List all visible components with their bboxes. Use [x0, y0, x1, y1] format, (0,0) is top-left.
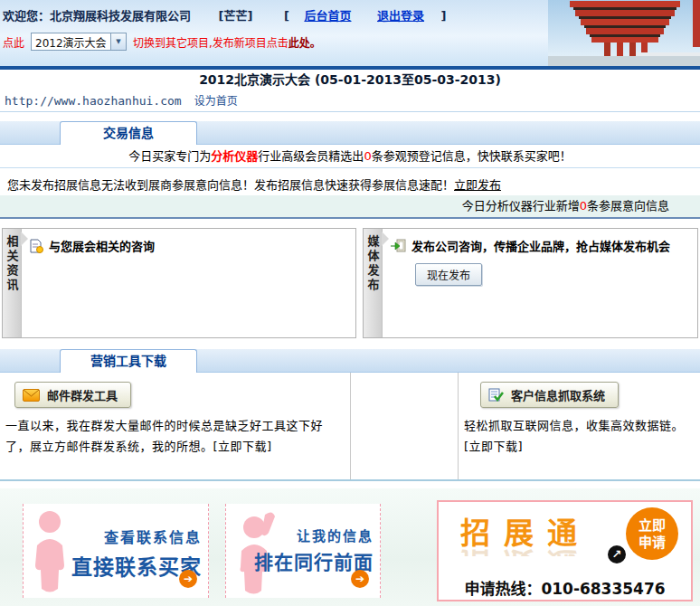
banner1-line1: 查看联系信息: [71, 526, 202, 547]
arrow-icon[interactable]: ➔: [351, 570, 369, 588]
buyer-notice: 今日买家专门为分析仪器行业高级会员精选出0条参观预登记信息，快快联系买家吧！: [0, 145, 700, 168]
switch-text-period: 。: [310, 34, 321, 50]
intent-count: 0: [580, 199, 587, 213]
user-nickname: [芒芒]: [219, 9, 253, 23]
page: 欢迎您：北京翔展科技发展有限公司 [芒芒] [ 后台首页 退出登录 ] 点此 2…: [0, 0, 700, 606]
panels-row: 相关资讯 与您展会相关的咨询 媒体发布: [0, 228, 700, 338]
media-release-sidebar: 媒体发布: [364, 229, 383, 337]
contact-buyers-banner[interactable]: 查看联系信息 直接联系买家 ➔: [23, 504, 209, 598]
related-news-label: 相关资讯: [4, 235, 21, 337]
top-header: 欢迎您：北京翔展科技发展有限公司 [芒芒] [ 后台首页 退出登录 ] 点此 2…: [0, 0, 700, 70]
spacer: [0, 338, 700, 349]
tab-trade-info[interactable]: 交易信息: [60, 121, 197, 145]
stat-pre: 今日分析仪器行业新增: [462, 199, 580, 213]
email-tool-label: 邮件群发工具: [47, 386, 118, 403]
stat-post: 条参展意向信息: [587, 199, 669, 213]
document-check-icon: [488, 388, 504, 402]
related-news-item[interactable]: 与您展会相关的咨询: [49, 237, 155, 254]
brand-reflection: 招展通: [460, 544, 591, 556]
zhaozhantong-banner[interactable]: 招展通 招展通 立即 申请 ↗ 申请热线：010-68335476: [437, 500, 693, 601]
spacer: [0, 112, 700, 121]
publish-now-link[interactable]: 立即发布: [454, 178, 501, 192]
arrow-icon[interactable]: ➔: [179, 570, 197, 588]
chevron-decoration: [21, 232, 28, 246]
trade-tabbar: 交易信息: [0, 121, 700, 145]
brand-reflection-text: 招展通: [460, 544, 591, 556]
related-news-panel: 相关资讯 与您展会相关的咨询: [2, 228, 356, 338]
header-divider-bar: [0, 66, 700, 70]
spacer: [0, 481, 700, 488]
related-news-sidebar: 相关资讯: [3, 229, 22, 337]
welcome-row: 欢迎您：北京翔展科技发展有限公司 [芒芒] [ 后台首页 退出登录 ]: [0, 0, 700, 24]
grab-tool-download-link[interactable]: [立即下载]: [464, 440, 523, 453]
buyer-notice-post: 条参观预登记信息，快快联系买家吧！: [372, 149, 572, 163]
publish-warning: 您未发布招展信息无法收到展商参展意向信息！发布招展信息快速获得参展信息速配！立即…: [0, 168, 700, 195]
apply-now-button[interactable]: 立即 申请: [626, 507, 678, 560]
hotline-label: 申请热线：: [464, 580, 541, 598]
apply-line2: 申请: [639, 535, 666, 551]
industry-highlight: 分析仪器: [211, 149, 258, 163]
set-homepage-link[interactable]: 设为首页: [194, 95, 238, 108]
apply-line1: 立即: [639, 517, 666, 534]
project-switch-row: 点此 2012演示大会 ▼ 切换到其它项目,发布新项目点击此处。: [0, 33, 700, 51]
grab-tool-column: 客户信息抓取系统 轻松抓取互联网信息，收集高效数据链。[立即下载]: [459, 373, 700, 479]
site-url-link[interactable]: http://www.haozhanhui.com: [5, 94, 182, 108]
hotline-row: 申请热线：010-68335476: [439, 576, 691, 599]
grab-tool-label: 客户信息抓取系统: [511, 386, 605, 403]
click-here-link[interactable]: 点此: [3, 34, 24, 50]
hotline-number: 010-68335476: [541, 580, 665, 598]
grab-tool-desc-text: 轻松抓取互联网信息，收集高效数据链。: [464, 419, 684, 432]
grab-tool-button[interactable]: 客户信息抓取系统: [480, 382, 619, 408]
banner2-texts: 让我的信息 排在同行前面: [254, 526, 374, 574]
event-title: 2012北京演示大会 (05-01-2013至05-03-2013): [0, 70, 700, 90]
email-icon: [23, 389, 40, 402]
promo-banner-area: 查看联系信息 直接联系买家 ➔ 让我的信息 排在同行前面 ➔ 招展通 招展通: [0, 488, 700, 606]
project-select[interactable]: 2012演示大会 ▼: [31, 33, 127, 51]
media-release-content: 发布公司咨询，传播企业品牌，抢占媒体发布机会 现在发布: [383, 229, 697, 337]
rank-first-banner[interactable]: 让我的信息 排在同行前面 ➔: [225, 504, 381, 598]
chevron-decoration: [382, 232, 389, 246]
email-tool-download-link[interactable]: [立即下载]: [213, 440, 272, 453]
buyer-notice-pre: 今日买家专门为: [128, 149, 211, 163]
chevron-down-icon[interactable]: ▼: [110, 33, 126, 50]
daily-stat-strip: 今日分析仪器行业新增0条参展意向信息: [0, 195, 700, 219]
media-release-panel: 媒体发布 发布公司咨询，传播企业品牌，抢占媒体发布机会 现在发布: [363, 228, 698, 338]
empty-column: [351, 373, 459, 479]
create-project-link[interactable]: 此处: [289, 34, 310, 50]
backstage-home-link[interactable]: 后台首页: [304, 9, 351, 23]
media-release-item: 发布公司咨询，传播企业品牌，抢占媒体发布机会: [411, 237, 670, 254]
logout-link[interactable]: 退出登录: [377, 9, 424, 23]
site-url-row: http://www.haozhanhui.com 设为首页: [0, 90, 700, 112]
publish-warning-text: 您未发布招展信息无法收到展商参展意向信息！发布招展信息快速获得参展信息速配！: [7, 178, 454, 192]
grab-tool-desc: 轻松抓取互联网信息，收集高效数据链。[立即下载]: [464, 415, 687, 457]
email-tool-button[interactable]: 邮件群发工具: [14, 382, 131, 408]
bracket-open: [: [284, 9, 289, 23]
email-tool-desc-text: 一直以来，我在群发大量邮件的时候总是缺乏好工具这下好了，展立方邮件群发系统，我的…: [5, 419, 323, 453]
tab-marketing-tools[interactable]: 营销工具下载: [60, 349, 197, 373]
media-release-label: 媒体发布: [364, 235, 382, 337]
publish-arrow-icon: [390, 239, 406, 252]
project-select-value: 2012演示大会: [35, 34, 107, 50]
document-icon: [29, 239, 43, 253]
bracket-close: ]: [441, 9, 447, 23]
switch-project-text: 切换到其它项目,发布新项目点击: [133, 34, 289, 50]
spacer: [0, 219, 700, 228]
registration-count: 0: [364, 149, 371, 163]
welcome-text: 欢迎您：北京翔展科技发展有限公司: [3, 9, 191, 23]
email-tool-column: 邮件群发工具 一直以来，我在群发大量邮件的时候总是缺乏好工具这下好了，展立方邮件…: [0, 373, 351, 479]
buyer-notice-mid: 行业高级会员精选出: [258, 149, 364, 163]
curved-arrow-icon: ↗: [608, 545, 626, 563]
download-section: 邮件群发工具 一直以来，我在群发大量邮件的时候总是缺乏好工具这下好了，展立方邮件…: [0, 373, 700, 481]
publish-now-button[interactable]: 现在发布: [415, 263, 482, 286]
related-news-content: 与您展会相关的咨询: [22, 229, 355, 337]
tools-tabbar: 营销工具下载: [0, 349, 700, 373]
banner2-line1: 让我的信息: [254, 526, 374, 544]
email-tool-desc: 一直以来，我在群发大量邮件的时候总是缺乏好工具这下好了，展立方邮件群发系统，我的…: [5, 415, 337, 457]
